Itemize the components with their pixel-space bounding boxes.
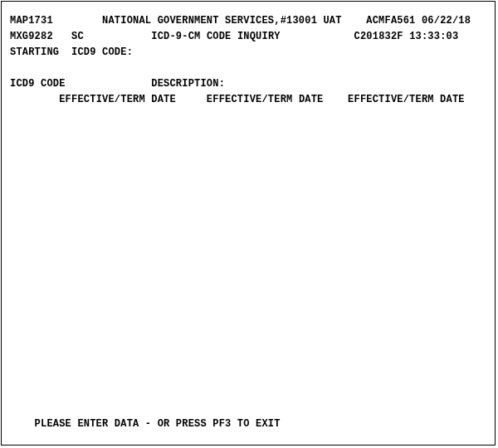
icd9-code-column: ICD9 CODE — [10, 78, 66, 90]
date: 06/22/18 — [422, 15, 471, 27]
input-prompt-line: STARTING ICD9 CODE: — [10, 46, 133, 58]
screen-id: MAP1731 — [10, 15, 53, 27]
title: NATIONAL GOVERNMENT SERVICES,#13001 UAT — [102, 15, 342, 27]
session-id: MXG9282 — [10, 31, 53, 42]
column-header-line-2: EFFECTIVE/TERM DATE EFFECTIVE/TERM DATE … — [10, 94, 465, 105]
footer-line: PLEASE ENTER DATA - OR PRESS PF3 TO EXIT — [10, 418, 281, 430]
starting-label: STARTING — [10, 46, 59, 58]
header-line-1: MAP1731 NATIONAL GOVERNMENT SERVICES,#13… — [10, 15, 471, 27]
eff-term-column-1: EFFECTIVE/TERM DATE — [59, 94, 176, 105]
header-line-2: MXG9282 SC ICD-9-CM CODE INQUIRY C201832… — [10, 31, 458, 42]
terminal-screen: MAP1731 NATIONAL GOVERNMENT SERVICES,#13… — [1, 1, 496, 446]
program-code: C201832F — [354, 31, 403, 42]
time: 13:33:03 — [409, 31, 458, 42]
column-header-line-1: ICD9 CODE DESCRIPTION: — [10, 78, 225, 90]
footer-message: PLEASE ENTER DATA - OR PRESS PF3 TO EXIT — [35, 418, 281, 430]
system-code: ACMFA561 — [366, 15, 415, 27]
region: SC — [71, 31, 84, 42]
eff-term-column-3: EFFECTIVE/TERM DATE — [348, 94, 465, 105]
eff-term-column-2: EFFECTIVE/TERM DATE — [207, 94, 324, 105]
description-column: DESCRIPTION: — [151, 78, 225, 90]
icd9-code-label: ICD9 CODE: — [71, 46, 133, 58]
subtitle: ICD-9-CM CODE INQUIRY — [151, 31, 280, 42]
